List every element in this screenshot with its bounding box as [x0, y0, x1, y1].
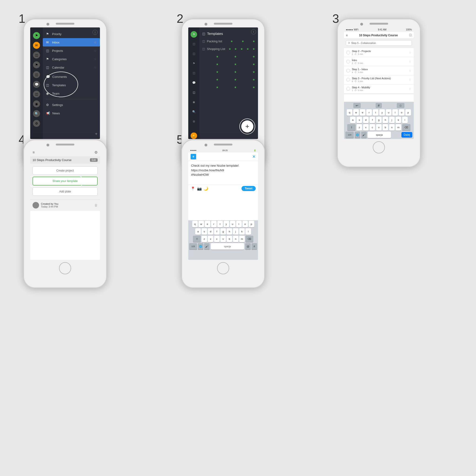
kb-star[interactable]: ☆ [397, 103, 404, 108]
kb-w[interactable]: w [353, 109, 359, 116]
s3-row-4[interactable]: Step 4 - Mobility 1 ⏱ 5 min ☆ [344, 84, 414, 93]
s3-row-3[interactable]: Step 3 - Priority List (Next Actions) 6 … [344, 75, 414, 84]
s2-item-5[interactable]: ★★★ [199, 68, 258, 76]
home-button-3[interactable] [373, 141, 385, 153]
menu-item-team[interactable]: ◉ Team [43, 89, 100, 98]
menu-item-templates[interactable]: ◫ Templates [43, 81, 100, 89]
s5-camera-icon[interactable]: 📷 [197, 187, 202, 191]
s5-moon-icon[interactable]: 🌙 [204, 187, 208, 191]
kb-s[interactable]: s [357, 117, 362, 123]
s5-kb-r[interactable]: r [211, 221, 217, 227]
kb-i[interactable]: i [392, 109, 398, 116]
kb-next[interactable]: Dalej [401, 132, 412, 137]
info-button-2[interactable]: i [251, 29, 256, 34]
s5-kb-v[interactable]: v [220, 236, 226, 242]
s2-item-4[interactable]: ★★★ [199, 60, 258, 68]
kb-space[interactable]: spacja [368, 132, 391, 138]
s5-kb-l[interactable]: l [245, 228, 251, 235]
kb-z[interactable]: z [357, 124, 362, 131]
kb-o[interactable]: o [399, 109, 404, 116]
s5-kb-h[interactable]: h [227, 228, 232, 235]
s5-kb-x[interactable]: x [208, 236, 213, 242]
s5-kb-u[interactable]: u [230, 221, 236, 227]
s5-kb-mic[interactable]: 🎤 [204, 243, 210, 250]
s3-row-0[interactable]: Step 2 - Projects 2 ⏱ 5 min ☆ [344, 48, 414, 57]
kb-globe[interactable]: 🌐 [355, 132, 360, 138]
kb-123[interactable]: 123 [345, 132, 354, 138]
s5-kb-t[interactable]: t [217, 221, 223, 227]
s5-kb-globe[interactable]: 🌐 [198, 243, 203, 250]
kb-f[interactable]: f [370, 117, 375, 123]
s4-trash-icon[interactable]: 🗑 [94, 203, 98, 207]
menu-item-comments[interactable]: 💬 Comments [43, 72, 100, 81]
s5-kb-f[interactable]: f [214, 228, 220, 235]
s3-info-icon[interactable]: ⓘ [409, 33, 412, 37]
s5-kb-c[interactable]: c [214, 236, 220, 242]
kb-d[interactable]: d [363, 117, 369, 123]
s5-kb-d[interactable]: d [208, 228, 213, 235]
s5-kb-a[interactable]: a [195, 228, 201, 235]
s5-kb-k[interactable]: k [239, 228, 245, 235]
fab-button[interactable]: + [241, 120, 253, 133]
kb-backspace[interactable]: ⌫ [402, 124, 410, 131]
s2-item-3[interactable]: ★★★ [199, 53, 258, 60]
kb-k[interactable]: k [396, 117, 401, 123]
s5-kb-del[interactable]: ⌫ [245, 236, 253, 242]
s2-item-6[interactable]: ★★★ [199, 76, 258, 84]
menu-item-news[interactable]: 📢 News [43, 109, 100, 117]
kb-h[interactable]: h [383, 117, 388, 123]
kb-undo[interactable]: ↩ [353, 103, 361, 108]
kb-v[interactable]: v [376, 124, 382, 131]
s5-kb-at[interactable]: @ [245, 243, 251, 250]
s5-kb-i[interactable]: i [236, 221, 242, 227]
s5-kb-o[interactable]: o [242, 221, 248, 227]
s5-location-icon[interactable]: 📍 [191, 187, 195, 191]
kb-l[interactable]: l [402, 117, 408, 123]
s5-kb-p[interactable]: p [249, 221, 254, 227]
s5-kb-w[interactable]: w [199, 221, 204, 227]
menu-item-priority[interactable]: ⚑ Priority ☆ [43, 30, 100, 38]
s5-close-button[interactable]: ✕ [252, 154, 256, 159]
kb-p[interactable]: p [405, 109, 411, 116]
home-button-5[interactable] [217, 262, 229, 274]
menu-item-categories[interactable]: ⚑ Categories ☆ [43, 55, 100, 63]
kb-u[interactable]: u [386, 109, 391, 116]
s5-kb-n[interactable]: n [233, 236, 238, 242]
s5-kb-e[interactable]: e [205, 221, 210, 227]
s5-kb-q[interactable]: q [192, 221, 198, 227]
kb-shift[interactable]: ⇧ [347, 124, 356, 131]
s5-kb-m[interactable]: m [239, 236, 245, 242]
s5-kb-b[interactable]: b [227, 236, 232, 242]
kb-e[interactable]: e [360, 109, 365, 116]
menu-item-inbox[interactable]: ✉ Inbox ☆ [43, 38, 100, 47]
s2-item-1[interactable]: ◫ Packing list ★ ★ ★ [199, 37, 258, 45]
kb-n[interactable]: n [389, 124, 395, 131]
s2-item-2[interactable]: ◫ Shopping List ★ ★ ★ ★ ★ [199, 45, 258, 53]
kb-q[interactable]: q [347, 109, 352, 116]
s5-kb-g[interactable]: g [220, 228, 226, 235]
kb-b[interactable]: b [383, 124, 388, 131]
s5-kb-z[interactable]: z [202, 236, 207, 242]
menu-item-projects[interactable]: ◫ Projects ☆ [43, 47, 100, 55]
s3-search[interactable]: ✕ Step 5 - Collaboration [346, 40, 412, 46]
kb-hash[interactable]: # [375, 103, 382, 108]
kb-mic[interactable]: 🎤 [361, 132, 367, 138]
s3-menu-icon[interactable]: ≡ [346, 34, 348, 37]
s5-kb-j[interactable]: j [233, 228, 238, 235]
kb-j[interactable]: j [389, 117, 395, 123]
s4-create-button[interactable]: Create project [33, 166, 98, 175]
home-button-4[interactable] [59, 262, 71, 274]
s5-kb-shift[interactable]: ⇧ [193, 236, 201, 242]
s5-kb-hash[interactable]: # [252, 243, 257, 250]
menu-item-settings[interactable]: ⚙ Settings [43, 101, 100, 109]
s4-edit-button[interactable]: Edit [90, 158, 98, 162]
kb-r[interactable]: r [366, 109, 372, 116]
s4-settings-icon[interactable]: ⚙ [94, 150, 98, 154]
kb-m[interactable]: m [396, 124, 401, 131]
s5-kb-space[interactable]: spacja [211, 243, 244, 250]
s3-close-icon[interactable]: ✕ [348, 41, 350, 45]
s5-kb-123[interactable]: 123 [189, 243, 197, 250]
s5-kb-y[interactable]: y [224, 221, 229, 227]
kb-g[interactable]: g [376, 117, 382, 123]
kb-t[interactable]: t [373, 109, 378, 116]
